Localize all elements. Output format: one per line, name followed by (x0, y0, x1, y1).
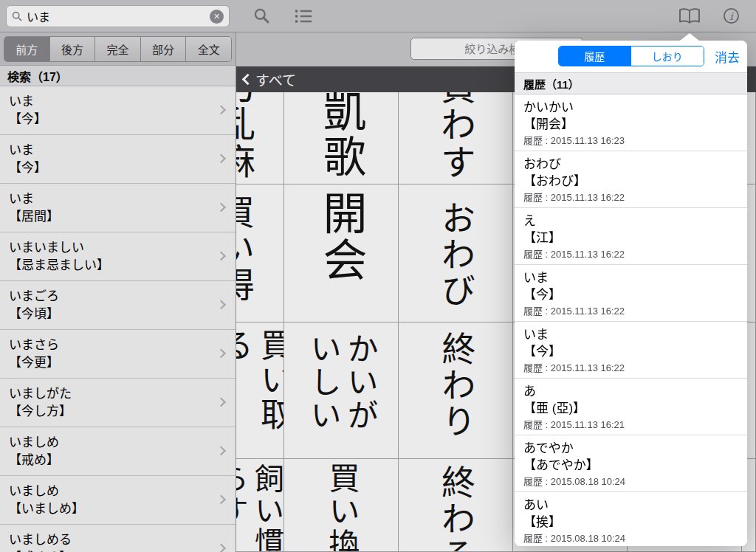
history-word: 【亜 (亞)】 (523, 400, 738, 417)
history-reading: え (523, 213, 738, 230)
history-reading: おわび (523, 156, 738, 173)
history-reading: あ (523, 383, 738, 400)
dictionary-app: ✕ i (0, 0, 756, 552)
history-reading: あでやか (523, 440, 738, 457)
history-count-header: 履歴（11） (515, 72, 747, 94)
history-word: 【今】 (523, 286, 738, 303)
history-item[interactable]: あ 【亜 (亞)】 履歴 : 2015.11.13 16:21 (515, 379, 747, 435)
history-reading: いま (523, 326, 738, 343)
history-reading: いま (523, 269, 738, 286)
history-timestamp: 履歴 : 2015.11.13 16:22 (523, 304, 738, 318)
history-word: 【江】 (523, 230, 738, 246)
history-timestamp: 履歴 : 2015.11.13 16:21 (523, 418, 738, 432)
history-timestamp: 履歴 : 2015.08.18 10:24 (523, 475, 738, 489)
history-timestamp: 履歴 : 2015.11.13 16:22 (523, 361, 738, 375)
history-word: 【今】 (523, 343, 738, 360)
history-item[interactable]: あい 【挨】 履歴 : 2015.08.18 10:24 (515, 492, 747, 546)
popover-toolbar: 履歴 しおり 消去 (515, 41, 747, 72)
history-item[interactable]: かいかい 【開会】 履歴 : 2015.11.13 16:23 (515, 94, 747, 151)
history-item[interactable]: いま 【今】 履歴 : 2015.11.13 16:22 (515, 322, 747, 379)
history-word: 【あでやか】 (523, 457, 738, 474)
history-item[interactable]: いま 【今】 履歴 : 2015.11.13 16:22 (515, 265, 747, 322)
clear-history-button[interactable]: 消去 (715, 47, 740, 66)
history-reading: あい (523, 497, 738, 514)
history-popover: 履歴 しおり 消去 履歴（11） かいかい 【開会】 履歴 : 2015.11.… (515, 41, 747, 546)
history-word: 【開会】 (523, 116, 738, 133)
history-item[interactable]: おわび 【おわび】 履歴 : 2015.11.13 16:22 (515, 151, 747, 208)
history-timestamp: 履歴 : 2015.08.18 10:24 (523, 531, 738, 545)
history-word: 【おわび】 (523, 173, 738, 190)
tab-bookmarks[interactable]: しおり (630, 46, 704, 66)
popover-arrow (680, 33, 699, 41)
history-bookmark-segments: 履歴 しおり (558, 46, 704, 66)
history-timestamp: 履歴 : 2015.11.13 16:22 (523, 247, 738, 261)
history-item[interactable]: あでやか 【あでやか】 履歴 : 2015.08.18 10:24 (515, 435, 747, 492)
history-timestamp: 履歴 : 2015.11.13 16:23 (523, 134, 738, 148)
popover-body: 履歴 しおり 消去 履歴（11） かいかい 【開会】 履歴 : 2015.11.… (515, 41, 747, 546)
history-word: 【挨】 (523, 514, 738, 531)
history-timestamp: 履歴 : 2015.11.13 16:22 (523, 190, 738, 204)
history-list: かいかい 【開会】 履歴 : 2015.11.13 16:23 おわび 【おわび… (515, 94, 747, 546)
history-item[interactable]: え 【江】 履歴 : 2015.11.13 16:22 (515, 208, 747, 265)
tab-history[interactable]: 履歴 (559, 46, 631, 66)
history-reading: かいかい (523, 99, 738, 116)
